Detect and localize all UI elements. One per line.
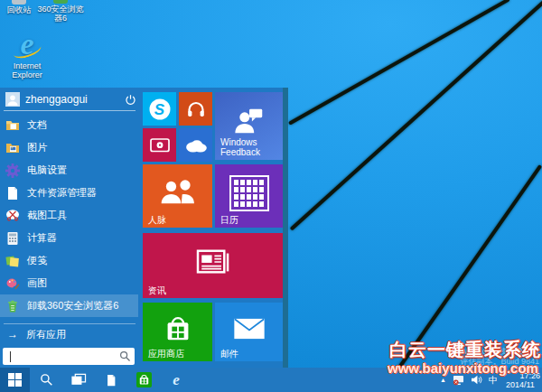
store-bag-icon xyxy=(161,312,195,346)
desktop-icon-label: 回收站 xyxy=(7,5,32,14)
search-icon xyxy=(40,373,53,387)
start-menu: zhenggaogui 文档 图片 电脑设置 文件资源管理器 xyxy=(0,88,288,369)
tile-label: 日历 xyxy=(220,215,238,225)
skype-icon: S xyxy=(149,98,170,119)
paint-icon xyxy=(5,276,20,291)
windows-logo-icon xyxy=(8,373,22,387)
file-explorer-button[interactable] xyxy=(95,368,127,392)
all-apps-label: 所有应用 xyxy=(26,328,66,341)
network-icon[interactable] xyxy=(453,375,464,386)
desktop-icon-360-browser[interactable]: 360安全浏览器6 xyxy=(34,5,87,23)
taskbar-search-button[interactable] xyxy=(30,368,62,392)
menu-item-snipping-tool[interactable]: 截图工具 xyxy=(0,204,138,227)
user-name: zhenggaogui xyxy=(25,93,88,106)
search-icon[interactable] xyxy=(119,350,131,362)
tile-label: 应用商店 xyxy=(148,349,184,359)
tile-news[interactable]: 资讯 xyxy=(143,233,283,298)
snipping-tool-icon xyxy=(5,209,20,223)
internet-explorer-button[interactable]: e xyxy=(160,368,192,392)
menu-item-label: 文件资源管理器 xyxy=(27,186,97,200)
tile-windows-feedback[interactable]: Windows Feedback xyxy=(215,92,283,160)
uninstall-bin-icon xyxy=(5,299,20,313)
headphones-icon xyxy=(185,98,207,120)
menu-item-documents[interactable]: 文档 xyxy=(0,114,138,136)
start-menu-item-list: 文档 图片 电脑设置 文件资源管理器 截图工具 计算器 xyxy=(0,114,138,317)
clock-date: 2014/11 xyxy=(506,380,540,389)
internet-explorer-icon: e xyxy=(173,371,180,389)
people-icon xyxy=(159,178,197,207)
tile-mail[interactable]: 邮件 xyxy=(215,303,283,361)
desktop-icon-label: Internet Explorer xyxy=(12,61,42,79)
menu-item-label: 便笺 xyxy=(27,254,47,267)
gear-icon xyxy=(5,163,20,178)
tile-label: Windows Feedback xyxy=(220,137,278,157)
watermark-url: www.baiyunxitong.com xyxy=(388,360,538,376)
menu-item-sticky-notes[interactable]: 便笺 xyxy=(0,249,138,272)
internet-explorer-icon: e xyxy=(2,29,52,61)
store-icon xyxy=(136,372,152,387)
menu-item-label: 截图工具 xyxy=(27,209,67,222)
right-arrow-icon: → xyxy=(7,328,18,341)
file-explorer-icon xyxy=(5,186,20,201)
separator xyxy=(4,323,136,324)
cut-off-recycle-bin-icon xyxy=(12,0,26,5)
menu-item-label: 图片 xyxy=(27,141,47,154)
feedback-person-icon xyxy=(232,105,266,139)
power-icon[interactable] xyxy=(125,94,136,106)
tile-people[interactable]: 人脉 xyxy=(143,164,212,228)
all-apps-button[interactable]: → 所有应用 xyxy=(7,327,66,341)
store-button[interactable] xyxy=(127,368,160,392)
start-menu-header: zhenggaogui xyxy=(5,90,136,108)
search-box[interactable] xyxy=(3,348,135,365)
sticky-notes-icon xyxy=(5,254,20,268)
tile-onedrive[interactable] xyxy=(179,128,212,162)
tile-skype[interactable]: S xyxy=(143,92,176,126)
calendar-icon xyxy=(229,175,269,211)
tile-label: 人脉 xyxy=(148,215,166,225)
menu-item-label: 画图 xyxy=(27,276,47,290)
pictures-folder-icon xyxy=(5,141,20,155)
menu-item-uninstall-360-browser[interactable]: 卸载360安全浏览器6 xyxy=(0,294,138,317)
menu-item-pictures[interactable]: 图片 xyxy=(0,136,138,159)
wallpaper-beam-line xyxy=(290,0,542,230)
tile-label: 邮件 xyxy=(220,349,238,359)
documents-folder-icon xyxy=(5,118,20,133)
desktop: 回收站 360安全浏览器6 e Internet Explorer Window… xyxy=(0,0,542,392)
tile-music[interactable] xyxy=(179,92,212,126)
onedrive-cloud-icon xyxy=(183,137,208,153)
desktop-icon-label: 360安全浏览器6 xyxy=(37,5,83,23)
start-button[interactable] xyxy=(0,368,30,392)
document-icon xyxy=(105,374,117,387)
tile-camera[interactable] xyxy=(143,128,176,162)
search-input[interactable] xyxy=(11,351,119,362)
camera-icon xyxy=(149,135,171,156)
menu-item-label: 电脑设置 xyxy=(27,163,67,177)
separator xyxy=(4,110,136,111)
menu-item-calculator[interactable]: 计算器 xyxy=(0,227,138,249)
menu-item-label: 计算器 xyxy=(27,231,57,245)
task-view-button[interactable] xyxy=(62,368,95,392)
task-view-icon xyxy=(71,373,87,387)
menu-item-pc-settings[interactable]: 电脑设置 xyxy=(0,159,138,182)
calculator-icon xyxy=(5,231,20,246)
tile-store[interactable]: 应用商店 xyxy=(143,303,212,361)
hidden-icons-chevron[interactable]: ▲ xyxy=(440,377,446,383)
mail-envelope-icon xyxy=(232,317,266,341)
desktop-icon-recycle-bin[interactable]: 回收站 xyxy=(0,5,38,14)
menu-item-paint[interactable]: 画图 xyxy=(0,272,138,294)
tile-label: 资讯 xyxy=(148,285,166,295)
tile-calendar[interactable]: 日历 xyxy=(215,164,283,228)
user-avatar-icon[interactable] xyxy=(5,92,20,107)
volume-icon[interactable] xyxy=(471,375,482,385)
menu-item-file-explorer[interactable]: 文件资源管理器 xyxy=(0,182,138,204)
watermark-title: 白云一键重装系统 xyxy=(389,338,541,362)
newspaper-icon xyxy=(192,247,234,277)
menu-item-label: 卸载360安全浏览器6 xyxy=(27,299,118,313)
cut-off-360-browser-icon xyxy=(53,0,68,4)
menu-item-label: 文档 xyxy=(27,118,47,132)
desktop-icon-internet-explorer[interactable]: e Internet Explorer xyxy=(2,29,52,79)
